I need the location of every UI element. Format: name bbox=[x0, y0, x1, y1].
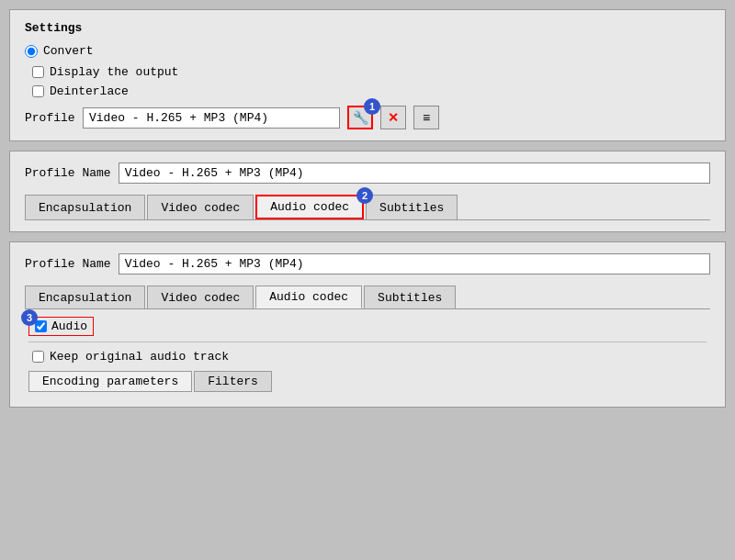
keep-original-row: Keep original audio track bbox=[32, 350, 707, 364]
tab-audio-codec-2[interactable]: Audio codec bbox=[255, 286, 362, 308]
audio-label: Audio bbox=[51, 319, 87, 333]
display-output-row: Display the output bbox=[32, 65, 710, 79]
audio-checkbox[interactable] bbox=[35, 320, 47, 332]
delete-icon: ✕ bbox=[388, 110, 399, 125]
keep-original-checkbox[interactable] bbox=[32, 351, 44, 363]
list-icon: ≡ bbox=[423, 110, 430, 125]
audio-header: Audio 3 bbox=[28, 317, 707, 342]
convert-radio[interactable] bbox=[25, 45, 38, 58]
profile-name-input-1[interactable] bbox=[119, 162, 710, 184]
convert-label: Convert bbox=[43, 44, 94, 58]
deinterlace-checkbox[interactable] bbox=[32, 85, 44, 97]
profile-name-label-1: Profile Name bbox=[25, 166, 111, 180]
profile-name-row-2: Profile Name bbox=[25, 253, 710, 274]
profile-name-row-1: Profile Name bbox=[25, 162, 710, 184]
audio-bordered-row: Audio bbox=[28, 317, 94, 336]
keep-original-label: Keep original audio track bbox=[50, 350, 229, 364]
delete-button[interactable]: ✕ bbox=[380, 106, 406, 129]
display-output-checkbox[interactable] bbox=[32, 66, 44, 78]
tab-encapsulation-2[interactable]: Encapsulation bbox=[25, 286, 145, 308]
profile-editor-panel-2: Profile Name Encapsulation Video codec A… bbox=[9, 241, 726, 408]
badge-1: 1 bbox=[364, 98, 380, 115]
tabs-row-1: Encapsulation Video codec Audio codec 2 … bbox=[25, 195, 710, 220]
tab-video-codec-2[interactable]: Video codec bbox=[147, 286, 254, 308]
encoding-tabs-row: Encoding parameters Filters bbox=[28, 371, 707, 392]
display-output-label: Display the output bbox=[50, 65, 178, 79]
badge-2: 2 bbox=[356, 187, 373, 204]
deinterlace-row: Deinterlace bbox=[32, 84, 710, 98]
settings-panel: Settings Convert Display the output Dein… bbox=[9, 9, 726, 141]
tab-subtitles-2[interactable]: Subtitles bbox=[364, 286, 456, 308]
audio-codec-tab-container-1: Audio codec 2 bbox=[255, 195, 366, 219]
profile-dropdown[interactable]: Video - H.265 + MP3 (MP4) bbox=[83, 107, 340, 129]
profile-name-label-2: Profile Name bbox=[25, 257, 111, 271]
wrench-btn-container: 🔧 1 bbox=[347, 106, 373, 129]
encoding-parameters-tab[interactable]: Encoding parameters bbox=[28, 371, 192, 392]
convert-radio-label[interactable]: Convert bbox=[25, 44, 94, 58]
profile-select-wrapper: Video - H.265 + MP3 (MP4) bbox=[83, 107, 340, 129]
profile-label: Profile bbox=[25, 111, 75, 125]
tab-video-codec-1[interactable]: Video codec bbox=[147, 195, 254, 219]
audio-checkbox-container: Audio 3 bbox=[28, 317, 94, 336]
profile-name-input-2[interactable] bbox=[119, 253, 710, 274]
tab-encapsulation-1[interactable]: Encapsulation bbox=[25, 195, 145, 219]
settings-title: Settings bbox=[25, 21, 710, 35]
badge-3: 3 bbox=[21, 309, 38, 326]
profile-editor-panel-1: Profile Name Encapsulation Video codec A… bbox=[9, 151, 726, 232]
deinterlace-label: Deinterlace bbox=[50, 84, 129, 98]
tabs-row-2: Encapsulation Video codec Audio codec Su… bbox=[25, 286, 710, 309]
list-button[interactable]: ≡ bbox=[413, 106, 439, 129]
filters-tab[interactable]: Filters bbox=[194, 371, 272, 392]
tab-subtitles-1[interactable]: Subtitles bbox=[366, 195, 458, 219]
audio-section: Audio 3 Keep original audio track Encodi… bbox=[25, 309, 710, 396]
convert-row: Convert bbox=[25, 44, 710, 58]
tab-audio-codec-1[interactable]: Audio codec bbox=[255, 195, 364, 219]
profile-row: Profile Video - H.265 + MP3 (MP4) 🔧 1 ✕ … bbox=[25, 106, 710, 129]
